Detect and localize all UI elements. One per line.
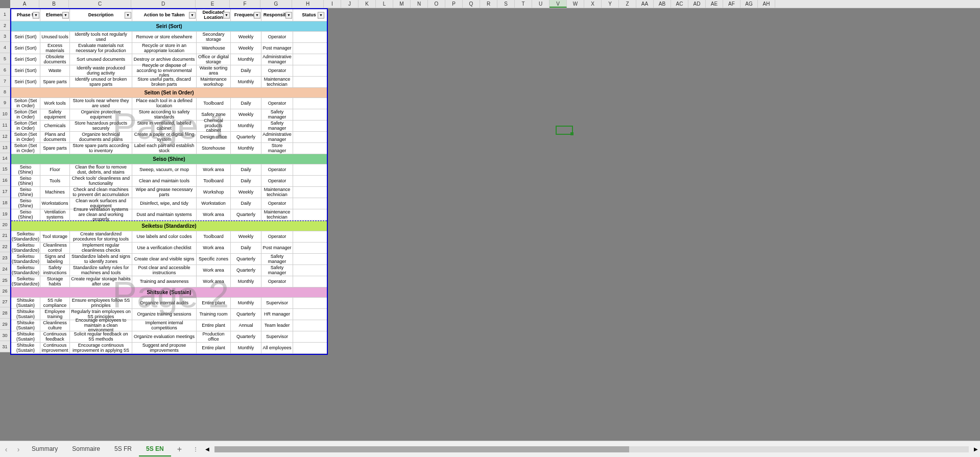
cell-elem[interactable]: Spare parts [40,143,70,154]
column-header-L[interactable]: L [376,0,393,8]
cell-elem[interactable]: Safety equipment [40,109,70,120]
filter-dropdown-icon[interactable]: ▼ [285,12,292,18]
column-header-P[interactable]: P [445,0,463,8]
cell-act[interactable]: Clean and maintain tools [132,176,197,186]
cell-act[interactable]: Label each part and establish stock [132,143,197,154]
cell-freq[interactable]: Monthly [231,121,261,131]
cell-act[interactable]: Store useful parts, discard broken parts [132,77,197,87]
cell-status[interactable] [293,65,325,76]
cell-act[interactable]: Disinfect, wipe, and tidy [132,198,197,209]
row-header-7[interactable]: 7 [0,76,10,87]
cell-act[interactable]: Wipe and grease necessary parts [132,187,197,198]
cell-phase[interactable]: Seiso (Shine) [11,187,40,198]
cell-resp[interactable]: Administrative manager [261,132,293,142]
cell-elem[interactable]: Cleanliness control [40,243,70,253]
tab-next-icon[interactable]: › [12,445,25,453]
cell-act[interactable]: Recycle or store in an appropriate locat… [132,43,197,54]
column-header-AC[interactable]: AC [671,0,688,8]
column-header-X[interactable]: X [584,0,602,8]
cell-elem[interactable]: Cleanliness culture [40,320,70,331]
cell-status[interactable] [293,187,325,198]
cell-act[interactable]: Store in ventilated, labeled cabinet [132,121,197,131]
scroll-left-icon[interactable]: ◀ [203,446,211,452]
cell-phase[interactable]: Seiton (Set in Order) [11,109,40,120]
tab-5s-fr[interactable]: 5S FR [107,442,139,456]
cell-phase[interactable]: Seiso (Shine) [11,164,40,175]
row-header-30[interactable]: 30 [0,330,10,341]
cell-phase[interactable]: Seiketsu (Standardize) [11,231,40,242]
cell-loc[interactable]: Specific zones [197,254,231,264]
cell-freq[interactable]: Quarterly [231,331,261,342]
column-header-S[interactable]: S [497,0,515,8]
cell-act[interactable]: Remove or store elsewhere [132,32,197,42]
cell-elem[interactable]: 5S rule compliance [40,298,70,308]
cell-loc[interactable]: Work area [197,276,231,287]
cell-status[interactable] [293,265,325,276]
column-header-T[interactable]: T [515,0,532,8]
cell-desc[interactable]: Identify unused or broken spare parts [70,77,132,87]
tab-5s-en[interactable]: 5S EN [139,442,171,456]
column-header-AH[interactable]: AH [758,0,775,8]
cell-freq[interactable]: Monthly [231,298,261,308]
column-header-I[interactable]: I [324,0,341,8]
cell-desc[interactable]: Organize protective equipment [70,109,132,120]
row-header-13[interactable]: 13 [0,142,10,153]
cell-act[interactable]: Training and awareness [132,276,197,287]
column-header-J[interactable]: J [341,0,358,8]
column-header-AA[interactable]: AA [636,0,654,8]
cell-phase[interactable]: Seiri (Sort) [11,65,40,76]
cell-phase[interactable]: Seiri (Sort) [11,43,40,54]
column-header-W[interactable]: W [567,0,584,8]
cell-act[interactable]: Store according to safety standards [132,109,197,120]
cell-status[interactable] [293,121,325,131]
cell-phase[interactable]: Seiri (Sort) [11,32,40,42]
cell-loc[interactable]: Design office [197,132,231,142]
cell-loc[interactable]: Entire plant [197,320,231,331]
cell-resp[interactable]: All employees [261,343,293,353]
cell-status[interactable] [293,320,325,331]
cell-status[interactable] [293,298,325,308]
cell-freq[interactable]: Quarterly [231,265,261,276]
column-header-D[interactable]: D [131,0,196,8]
column-header-B[interactable]: B [39,0,69,8]
column-header-Z[interactable]: Z [619,0,636,8]
row-header-31[interactable]: 31 [0,341,10,352]
cell-status[interactable] [293,254,325,264]
cell-status[interactable] [293,198,325,209]
cell-loc[interactable]: Production office [197,331,231,342]
row-header-3[interactable]: 3 [0,31,10,42]
cell-resp[interactable]: Supervisor [261,331,293,342]
filter-dropdown-icon[interactable]: ▼ [62,12,69,18]
cell-freq[interactable]: Monthly [231,77,261,87]
cell-resp[interactable]: Team leader [261,320,293,331]
cell-resp[interactable]: Safety manager [261,121,293,131]
cell-freq[interactable]: Monthly [231,343,261,353]
cell-status[interactable] [293,32,325,42]
column-header-A[interactable]: A [10,0,39,8]
cell-loc[interactable]: Workshop [197,187,231,198]
cell-desc[interactable]: Create regular storage habits after use [70,276,132,287]
cell-desc[interactable]: Encourage continuous improvement in appl… [70,343,132,353]
cell-status[interactable] [293,343,325,353]
cell-phase[interactable]: Shitsuke (Sustain) [11,298,40,308]
cell-freq[interactable]: Quarterly [231,209,261,220]
cell-loc[interactable]: Warehouse [197,43,231,54]
column-header-AG[interactable]: AG [740,0,758,8]
cell-act[interactable]: Create clear and visible signs [132,254,197,264]
row-header-15[interactable]: 15 [0,163,10,175]
cell-elem[interactable]: Work tools [40,98,70,109]
cell-freq[interactable]: Weekly [231,109,261,120]
cell-elem[interactable]: Machines [40,187,70,198]
cell-resp[interactable]: Post manager [261,243,293,253]
cell-phase[interactable]: Seiketsu (Standardize) [11,254,40,264]
column-header-U[interactable]: U [532,0,549,8]
cell-status[interactable] [293,109,325,120]
cell-freq[interactable]: Weekly [231,32,261,42]
cell-resp[interactable]: Operator [261,164,293,175]
column-header-O[interactable]: O [428,0,445,8]
cell-loc[interactable]: Toolboard [197,98,231,109]
cell-status[interactable] [293,98,325,109]
cell-resp[interactable]: Safety manager [261,109,293,120]
cell-elem[interactable]: Waste [40,65,70,76]
row-header-20[interactable]: 20 [0,220,10,230]
